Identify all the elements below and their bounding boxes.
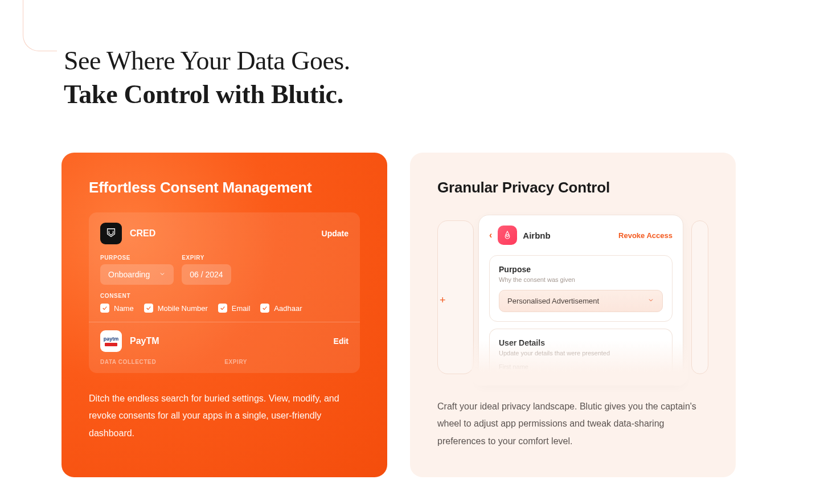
purpose-selected-value: Personalised Advertisement — [507, 297, 599, 305]
plus-icon: + — [440, 294, 446, 306]
expiry-field[interactable]: 06 / 2024 — [182, 264, 231, 285]
purpose-label: PURPOSE — [100, 255, 174, 261]
airbnb-logo-icon — [498, 226, 517, 245]
user-details-subtitle: Update your details that were presented — [499, 350, 663, 357]
firstname-input[interactable]: Riya — [499, 374, 663, 383]
paytm-app-name: PayTM — [130, 336, 159, 346]
svg-point-0 — [506, 235, 509, 237]
purpose-select[interactable]: Onboarding — [100, 264, 174, 285]
edit-button[interactable]: Edit — [334, 337, 348, 346]
divider — [89, 322, 360, 322]
expiry-label-2: EXPIRY — [224, 359, 247, 365]
purpose-title: Purpose — [499, 265, 663, 274]
heading-line-1: See Where Your Data Goes. — [64, 46, 350, 76]
purpose-subtitle: Why the consent was given — [499, 276, 663, 283]
consent-item-label: Email — [232, 304, 251, 313]
cred-app-name: CRED — [130, 228, 155, 239]
consent-items-group: Name Mobile Number Email Aadhaar — [100, 304, 348, 313]
consent-item-label: Mobile Number — [158, 304, 208, 313]
chevron-down-icon — [647, 297, 654, 305]
heading-line-2: Take Control with Blutic. — [64, 79, 350, 109]
consent-item-label: Aadhaar — [274, 304, 302, 313]
expiry-label: EXPIRY — [182, 255, 231, 261]
purpose-dropdown[interactable]: Personalised Advertisement — [499, 290, 663, 312]
airbnb-app-name: Airbnb — [523, 231, 550, 240]
update-button[interactable]: Update — [322, 229, 348, 238]
consent-card-title: Effortless Consent Management — [89, 179, 360, 196]
page-heading: See Where Your Data Goes. Take Control w… — [64, 46, 350, 109]
firstname-label: First name — [499, 363, 663, 370]
privacy-card-description: Craft your ideal privacy landscape. Blut… — [437, 398, 708, 450]
consent-management-card: Effortless Consent Management CRED Updat… — [62, 153, 387, 477]
consent-section-label: CONSENT — [100, 293, 348, 299]
purpose-value: Onboarding — [108, 270, 150, 279]
privacy-mock-panel: ‹ Airbnb Revoke Access Purpose Why the c… — [478, 215, 683, 383]
consent-item-name[interactable]: Name — [100, 304, 134, 313]
checkbox-icon — [260, 304, 269, 313]
expiry-value: 06 / 2024 — [190, 270, 223, 279]
user-details-title: User Details — [499, 338, 663, 347]
checkbox-icon — [100, 304, 109, 313]
chevron-down-icon — [159, 270, 166, 279]
decorative-corner — [23, 0, 57, 51]
consent-card-description: Ditch the endless search for buried sett… — [89, 390, 360, 442]
consent-item-aadhaar[interactable]: Aadhaar — [260, 304, 302, 313]
checkbox-icon — [144, 304, 153, 313]
back-chevron-icon[interactable]: ‹ — [489, 230, 492, 240]
consent-item-mobile[interactable]: Mobile Number — [144, 304, 208, 313]
decorative-panel — [691, 220, 708, 374]
data-collected-label: DATA COLLECTED — [100, 359, 156, 365]
user-details-section: User Details Update your details that we… — [489, 329, 673, 383]
consent-app-panel: CRED Update PURPOSE Onboarding EXPIRY — [89, 212, 360, 373]
privacy-control-card: Granular Privacy Control + ‹ Airbnb Revo… — [410, 153, 736, 477]
consent-item-label: Name — [114, 304, 134, 313]
privacy-card-title: Granular Privacy Control — [437, 179, 708, 196]
purpose-section: Purpose Why the consent was given Person… — [489, 255, 673, 322]
checkbox-icon — [218, 304, 227, 313]
consent-item-email[interactable]: Email — [218, 304, 251, 313]
revoke-access-button[interactable]: Revoke Access — [618, 231, 673, 240]
paytm-logo-icon: paytm — [100, 330, 122, 352]
cred-logo-icon — [100, 223, 122, 244]
